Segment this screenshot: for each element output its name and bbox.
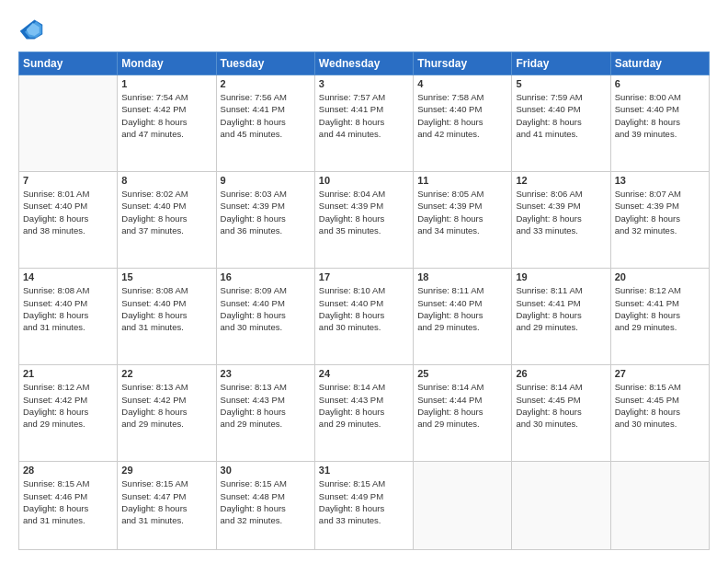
day-number: 25 [417,368,507,379]
day-info: Sunrise: 8:01 AM Sunset: 4:40 PM Dayligh… [23,188,113,236]
day-info: Sunrise: 8:06 AM Sunset: 4:39 PM Dayligh… [516,188,606,236]
day-number: 27 [615,368,705,379]
day-number: 26 [516,368,606,379]
day-number: 22 [121,368,211,379]
weekday-header-thursday: Thursday [414,52,512,75]
day-info: Sunrise: 8:15 AM Sunset: 4:49 PM Dayligh… [319,477,409,526]
day-number: 12 [516,175,606,186]
day-info: Sunrise: 8:00 AM Sunset: 4:40 PM Dayligh… [615,91,705,140]
day-number: 7 [23,175,113,186]
weekday-header-wednesday: Wednesday [314,52,413,75]
day-info: Sunrise: 8:08 AM Sunset: 4:40 PM Dayligh… [23,284,113,333]
calendar: SundayMondayTuesdayWednesdayThursdayFrid… [18,52,710,550]
day-number: 6 [615,78,705,89]
day-number: 2 [221,78,311,89]
calendar-cell: 22Sunrise: 8:13 AM Sunset: 4:42 PM Dayli… [118,365,216,462]
day-info: Sunrise: 8:14 AM Sunset: 4:45 PM Dayligh… [516,381,606,430]
day-info: Sunrise: 8:12 AM Sunset: 4:42 PM Dayligh… [23,381,113,430]
day-info: Sunrise: 8:10 AM Sunset: 4:40 PM Dayligh… [319,284,409,333]
day-info: Sunrise: 8:15 AM Sunset: 4:46 PM Dayligh… [23,477,113,526]
calendar-cell: 25Sunrise: 8:14 AM Sunset: 4:44 PM Dayli… [414,365,512,462]
day-info: Sunrise: 8:08 AM Sunset: 4:40 PM Dayligh… [121,284,211,333]
calendar-cell: 8Sunrise: 8:02 AM Sunset: 4:40 PM Daylig… [118,172,216,269]
calendar-cell: 2Sunrise: 7:56 AM Sunset: 4:41 PM Daylig… [216,75,314,172]
calendar-cell: 17Sunrise: 8:10 AM Sunset: 4:40 PM Dayli… [314,269,413,365]
day-number: 14 [23,271,113,282]
day-info: Sunrise: 8:09 AM Sunset: 4:40 PM Dayligh… [221,284,311,333]
day-info: Sunrise: 8:15 AM Sunset: 4:47 PM Dayligh… [121,477,211,526]
day-number: 9 [221,175,311,186]
calendar-cell [610,462,709,550]
calendar-cell: 4Sunrise: 7:58 AM Sunset: 4:40 PM Daylig… [414,75,512,172]
calendar-cell: 31Sunrise: 8:15 AM Sunset: 4:49 PM Dayli… [314,462,413,550]
calendar-cell: 30Sunrise: 8:15 AM Sunset: 4:48 PM Dayli… [216,462,314,550]
weekday-header-friday: Friday [512,52,610,75]
day-number: 24 [319,368,409,379]
calendar-cell: 9Sunrise: 8:03 AM Sunset: 4:39 PM Daylig… [216,172,314,269]
day-info: Sunrise: 8:11 AM Sunset: 4:40 PM Dayligh… [417,284,507,333]
day-info: Sunrise: 8:13 AM Sunset: 4:42 PM Dayligh… [121,381,211,430]
day-info: Sunrise: 8:02 AM Sunset: 4:40 PM Dayligh… [121,188,211,236]
day-number: 21 [23,368,113,379]
logo [18,17,48,42]
day-info: Sunrise: 7:57 AM Sunset: 4:41 PM Dayligh… [319,91,409,140]
day-number: 28 [23,465,113,476]
day-info: Sunrise: 8:03 AM Sunset: 4:39 PM Dayligh… [221,188,311,236]
calendar-cell: 14Sunrise: 8:08 AM Sunset: 4:40 PM Dayli… [19,269,118,365]
day-number: 23 [221,368,311,379]
day-number: 15 [121,271,211,282]
weekday-header-sunday: Sunday [19,52,118,75]
day-number: 10 [319,175,409,186]
day-info: Sunrise: 8:15 AM Sunset: 4:48 PM Dayligh… [221,477,311,526]
day-info: Sunrise: 8:12 AM Sunset: 4:41 PM Dayligh… [615,284,705,333]
calendar-cell: 11Sunrise: 8:05 AM Sunset: 4:39 PM Dayli… [414,172,512,269]
weekday-header-saturday: Saturday [610,52,709,75]
calendar-cell: 1Sunrise: 7:54 AM Sunset: 4:42 PM Daylig… [118,75,216,172]
calendar-cell: 16Sunrise: 8:09 AM Sunset: 4:40 PM Dayli… [216,269,314,365]
calendar-cell: 28Sunrise: 8:15 AM Sunset: 4:46 PM Dayli… [19,462,118,550]
calendar-cell: 12Sunrise: 8:06 AM Sunset: 4:39 PM Dayli… [512,172,610,269]
day-number: 18 [417,271,507,282]
day-info: Sunrise: 7:59 AM Sunset: 4:40 PM Dayligh… [516,91,606,140]
logo-icon [18,17,44,42]
calendar-cell: 18Sunrise: 8:11 AM Sunset: 4:40 PM Dayli… [414,269,512,365]
calendar-cell [414,462,512,550]
day-number: 19 [516,271,606,282]
day-info: Sunrise: 7:56 AM Sunset: 4:41 PM Dayligh… [221,91,311,140]
day-info: Sunrise: 8:13 AM Sunset: 4:43 PM Dayligh… [221,381,311,430]
calendar-cell: 15Sunrise: 8:08 AM Sunset: 4:40 PM Dayli… [118,269,216,365]
calendar-cell: 24Sunrise: 8:14 AM Sunset: 4:43 PM Dayli… [314,365,413,462]
day-info: Sunrise: 8:07 AM Sunset: 4:39 PM Dayligh… [615,188,705,236]
day-number: 20 [615,271,705,282]
calendar-cell: 26Sunrise: 8:14 AM Sunset: 4:45 PM Dayli… [512,365,610,462]
weekday-header-tuesday: Tuesday [216,52,314,75]
day-info: Sunrise: 7:58 AM Sunset: 4:40 PM Dayligh… [417,91,507,140]
calendar-cell: 27Sunrise: 8:15 AM Sunset: 4:45 PM Dayli… [610,365,709,462]
calendar-cell: 3Sunrise: 7:57 AM Sunset: 4:41 PM Daylig… [314,75,413,172]
calendar-cell: 21Sunrise: 8:12 AM Sunset: 4:42 PM Dayli… [19,365,118,462]
day-number: 4 [417,78,507,89]
calendar-cell [19,75,118,172]
day-number: 31 [319,465,409,476]
page: SundayMondayTuesdayWednesdayThursdayFrid… [0,0,728,563]
weekday-header-monday: Monday [118,52,216,75]
day-number: 17 [319,271,409,282]
day-number: 5 [516,78,606,89]
calendar-cell: 6Sunrise: 8:00 AM Sunset: 4:40 PM Daylig… [610,75,709,172]
calendar-cell: 20Sunrise: 8:12 AM Sunset: 4:41 PM Dayli… [610,269,709,365]
calendar-cell: 7Sunrise: 8:01 AM Sunset: 4:40 PM Daylig… [19,172,118,269]
day-info: Sunrise: 8:05 AM Sunset: 4:39 PM Dayligh… [417,188,507,236]
day-info: Sunrise: 8:04 AM Sunset: 4:39 PM Dayligh… [319,188,409,236]
day-number: 13 [615,175,705,186]
calendar-cell: 5Sunrise: 7:59 AM Sunset: 4:40 PM Daylig… [512,75,610,172]
day-number: 3 [319,78,409,89]
day-info: Sunrise: 7:54 AM Sunset: 4:42 PM Dayligh… [121,91,211,140]
calendar-cell: 29Sunrise: 8:15 AM Sunset: 4:47 PM Dayli… [118,462,216,550]
calendar-cell: 23Sunrise: 8:13 AM Sunset: 4:43 PM Dayli… [216,365,314,462]
header [18,17,710,42]
calendar-cell: 19Sunrise: 8:11 AM Sunset: 4:41 PM Dayli… [512,269,610,365]
day-info: Sunrise: 8:11 AM Sunset: 4:41 PM Dayligh… [516,284,606,333]
day-number: 16 [221,271,311,282]
calendar-cell: 13Sunrise: 8:07 AM Sunset: 4:39 PM Dayli… [610,172,709,269]
day-number: 1 [121,78,211,89]
